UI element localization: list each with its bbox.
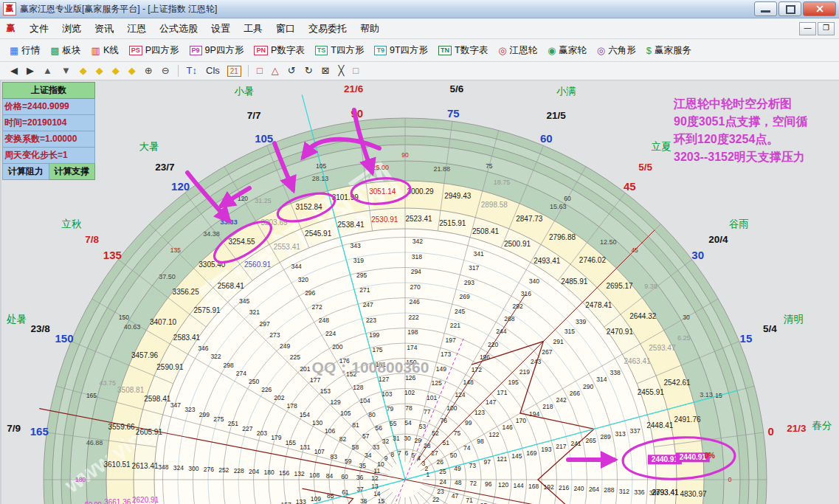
toolbar-button-winner-wheel[interactable]: ◉赢家轮 <box>542 42 592 59</box>
menu-item[interactable]: 资讯 <box>88 20 120 37</box>
degree-label: 30 <box>683 314 690 321</box>
wheel-number: 124 <box>455 391 465 398</box>
wheel-number: 125 <box>431 379 441 387</box>
wheel-number: 157 <box>281 501 291 504</box>
outer-price-value: 2796.88 <box>549 233 576 241</box>
wheel-number: 106 <box>325 427 335 435</box>
wheel-number: 294 <box>411 268 421 275</box>
wheel-number: 322 <box>210 353 221 360</box>
rotate-ccw-icon[interactable]: ↺ <box>283 63 300 78</box>
menu-items: 文件浏览资讯江恩公式选股设置工具窗口交易委托帮助 <box>23 21 386 35</box>
wheel-number: 201 <box>300 365 310 373</box>
rim-angle-label: 30 <box>691 249 704 261</box>
diamond-down-icon[interactable]: ◆ <box>124 63 140 78</box>
center-tool-icon[interactable]: ╳ <box>334 63 349 78</box>
zoom-in-icon[interactable]: ⊕ <box>140 63 157 78</box>
rect-tool-icon[interactable]: □ <box>252 63 267 78</box>
menu-item[interactable]: 江恩 <box>120 20 153 37</box>
calendar-21-icon[interactable]: 21 <box>227 66 241 77</box>
percent-label: 9.38 <box>644 283 657 290</box>
toolbar-button-blocks[interactable]: ▩板块 <box>45 42 86 59</box>
wheel-number: 323 <box>184 406 195 413</box>
wheel-number: 109 <box>311 495 321 503</box>
prev-arrow-icon[interactable]: ◀ <box>6 63 22 78</box>
toolbar-button-t-table[interactable]: TNT数字表 <box>433 42 493 59</box>
menu-item[interactable]: 公式选股 <box>153 20 204 37</box>
diamond-right-icon[interactable]: ◆ <box>92 63 108 78</box>
inner-price-value: 2568.41 <box>218 282 245 290</box>
inner-price-value: 2590.91 <box>156 363 184 371</box>
wheel-number: 175 <box>372 346 382 353</box>
maximize-button[interactable] <box>778 1 801 16</box>
wheel-number: 296 <box>305 289 315 297</box>
menu-item[interactable]: 工具 <box>237 20 269 37</box>
t-adjust-icon[interactable]: T↕ <box>182 63 201 78</box>
solar-term-label: 谷雨 <box>729 218 749 229</box>
toolbar-button-quote-table[interactable]: ▦行情 <box>4 42 45 59</box>
rotate-cw-icon[interactable]: ↻ <box>300 63 317 78</box>
wheel-number: 129 <box>331 398 341 406</box>
wheel-number: 268 <box>504 315 514 322</box>
wheel-number: 314 <box>596 376 607 383</box>
wheel-number: 246 <box>410 298 420 305</box>
percent-label: 43.75 <box>99 379 116 387</box>
toolbar-button-kline[interactable]: ▥K线 <box>86 42 124 59</box>
menu-item[interactable]: 浏览 <box>55 20 88 37</box>
inner-price-value: 2500.91 <box>504 240 531 248</box>
wheel-number: 344 <box>291 263 302 270</box>
toolbar-button-p-table[interactable]: PNP数字表 <box>249 42 309 59</box>
qq-watermark: QQ：100800360 <box>312 359 429 376</box>
close-button[interactable] <box>803 1 836 16</box>
wheel-number: 178 <box>287 402 297 410</box>
calc-support-button[interactable]: 计算支撑 <box>49 164 96 180</box>
wheel-number: 107 <box>314 448 325 455</box>
annotation-line: 3203--3152明天支撑压力 <box>674 148 839 166</box>
toolbar-button-winner-service[interactable]: $赢家服务 <box>641 42 697 59</box>
toolbar-button-9p-square[interactable]: P99P四方形 <box>184 42 249 59</box>
wheel-number: 146 <box>502 424 512 431</box>
rim-date-label: 23/8 <box>31 323 51 334</box>
menu-item[interactable]: 窗口 <box>269 20 302 37</box>
wheel-number: 345 <box>239 297 249 305</box>
mdi-restore-button[interactable]: ❐ <box>818 22 835 35</box>
triangle-tool-icon[interactable]: △ <box>267 63 283 78</box>
menu-item[interactable]: 设置 <box>204 20 237 37</box>
mdi-minimize-button[interactable]: — <box>799 22 816 35</box>
wheel-number: 83 <box>331 453 338 460</box>
marker-up-icon[interactable]: ▲ <box>38 63 57 78</box>
menu-item[interactable]: 文件 <box>23 20 55 37</box>
wheel-number: 341 <box>473 250 483 258</box>
diamond-left-icon[interactable]: ◆ <box>75 63 92 78</box>
wheel-number: 348 <box>158 463 168 471</box>
outer-price-value: 3508.81 <box>117 386 145 394</box>
inner-price-value: 2598.41 <box>144 395 171 403</box>
wheel-number: 228 <box>234 467 244 474</box>
wheel-number: 58 <box>352 443 359 451</box>
menu-item[interactable]: 交易委托 <box>302 20 353 37</box>
9p-square-icon: P9 <box>190 46 202 55</box>
wheel-number: 177 <box>310 376 320 384</box>
outer-price-value: 2542.61 <box>663 379 691 387</box>
marker-down-icon[interactable]: ▼ <box>57 63 75 78</box>
diamond-up-icon[interactable]: ◆ <box>108 63 124 78</box>
clear-icon[interactable]: Cls <box>201 63 224 78</box>
zoom-out-icon[interactable]: ⊖ <box>157 63 174 78</box>
toolbar-button-t-square[interactable]: TST四方形 <box>310 42 370 59</box>
wheel-number: 194 <box>529 410 539 418</box>
rim-date-label: 23/7 <box>155 162 174 173</box>
next-arrow-icon[interactable]: ▶ <box>22 63 38 78</box>
wheel-number: 196 <box>480 353 490 361</box>
toolbar-button-gann-wheel[interactable]: ◎江恩轮 <box>493 42 542 59</box>
delete-box-icon[interactable]: ⊠ <box>317 63 334 78</box>
menu-item[interactable]: 帮助 <box>353 20 386 37</box>
wheel-number: 270 <box>410 283 421 291</box>
toolbar-button-p-square[interactable]: PSP四方形 <box>124 42 184 59</box>
board-tool-icon[interactable]: □ <box>348 63 363 78</box>
info-panel-row: 周天变化步长=1 <box>2 148 95 164</box>
minimize-button[interactable] <box>754 1 777 16</box>
toolbar-button-hexagon[interactable]: ◎六角形 <box>592 42 641 59</box>
toolbar-button-9t-square[interactable]: T99T四方形 <box>369 42 433 59</box>
blocks-icon: ▩ <box>50 45 59 56</box>
calc-resistance-button[interactable]: 计算阻力 <box>2 164 49 180</box>
inner-price-value: 2553.41 <box>274 243 301 251</box>
